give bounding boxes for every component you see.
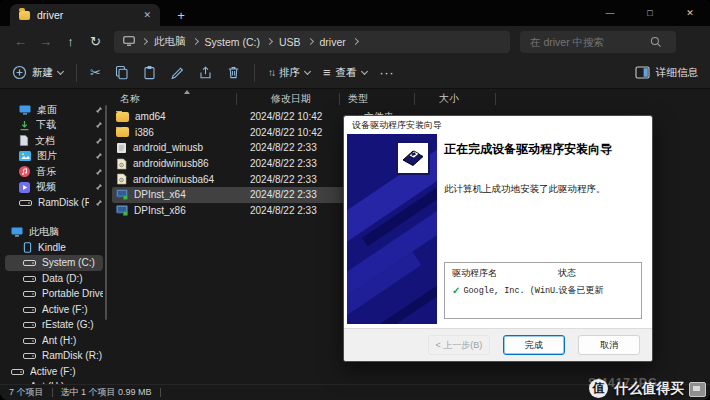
tab-bar: driver ✕ + — □ ✕ xyxy=(0,0,710,26)
sort-button-label: 排序 xyxy=(279,66,300,80)
tab-close-icon[interactable]: ✕ xyxy=(143,10,151,20)
items-count: 7 个项目 xyxy=(9,386,44,399)
delete-icon[interactable] xyxy=(226,65,241,80)
details-pane-icon xyxy=(635,66,650,79)
dialog-body: 正在完成设备驱动程序安装向导 此计算机上成功地安装了此驱动程序。 驱动程序名 状… xyxy=(344,134,652,330)
videos-icon xyxy=(19,182,30,193)
drive-icon xyxy=(23,274,36,283)
driver-list-header: 驱动程序名 状态 xyxy=(445,263,641,282)
sidebar-item-documents[interactable]: 文档 xyxy=(5,133,103,149)
cancel-button[interactable]: 取消 xyxy=(578,335,640,355)
navigation-bar: ← → ↑ ↻ 此电脑 System (C:) USB driver xyxy=(0,26,710,57)
search-input[interactable] xyxy=(528,35,650,49)
view-button[interactable]: ≡ 查看 xyxy=(323,65,367,80)
breadcrumb-driver[interactable]: driver xyxy=(320,36,346,48)
sidebar-item-ramdisk[interactable]: RamDisk (R:) xyxy=(5,195,103,211)
sidebar-item-kindle[interactable]: Kindle xyxy=(5,240,103,256)
sidebar-item-system-c[interactable]: System (C:) xyxy=(5,255,103,271)
breadcrumb-usb[interactable]: USB xyxy=(279,36,301,48)
sidebar-item-data-d[interactable]: Data (D:) xyxy=(5,271,103,287)
sidebar-item-pictures[interactable]: 图片 xyxy=(5,149,103,165)
column-header-type[interactable]: 类型 xyxy=(340,92,414,106)
sidebar: 桌面 下载 文档 图片 xyxy=(0,90,108,385)
computer-icon xyxy=(123,36,135,47)
tab-driver[interactable]: driver ✕ xyxy=(10,4,160,26)
explorer-window: driver ✕ + — □ ✕ ← → ↑ ↻ 此电脑 System (C:)… xyxy=(0,0,710,400)
drive-icon xyxy=(23,289,36,298)
driver-name: Google, Inc. (WinU… xyxy=(463,286,558,296)
rename-icon[interactable] xyxy=(170,65,185,80)
breadcrumb-separator-icon xyxy=(306,38,313,45)
sidebar-item-videos[interactable]: 视频 xyxy=(5,180,103,196)
sidebar-item-this-pc[interactable]: 此电脑 xyxy=(5,224,103,240)
details-pane-button[interactable]: 详细信息 xyxy=(635,66,698,80)
sidebar-item-ramdisk-r[interactable]: RamDisk (R:) xyxy=(5,348,103,364)
finish-button[interactable]: 完成 xyxy=(503,335,565,355)
sort-ascending-icon xyxy=(184,90,190,94)
command-toolbar: 新建 ✂ ↑↓ 排序 ≡ 查看 ··· xyxy=(0,57,710,89)
breadcrumb-this-pc[interactable]: 此电脑 xyxy=(154,35,186,49)
up-button[interactable]: ↑ xyxy=(58,30,83,54)
forward-button[interactable]: → xyxy=(33,30,58,54)
driver-name-header: 驱动程序名 xyxy=(452,267,558,280)
drive-icon xyxy=(23,336,36,345)
dialog-heading: 正在完成设备驱动程序安装向导 xyxy=(444,142,642,157)
folder-icon xyxy=(116,127,129,137)
minimize-button[interactable]: — xyxy=(590,0,630,26)
watermark-corner-icon xyxy=(689,382,706,397)
back-step-button[interactable]: < 上一步(B) xyxy=(428,335,490,355)
column-header-date[interactable]: 修改日期 xyxy=(237,92,339,106)
back-button[interactable]: ← xyxy=(8,30,33,54)
pin-icon xyxy=(95,183,103,191)
selection-summary: 选中 1 个项目 0.99 MB xyxy=(61,386,152,399)
new-tab-button[interactable]: + xyxy=(170,4,192,26)
breadcrumb-system-c[interactable]: System (C:) xyxy=(205,36,260,48)
sidebar-item-active-f[interactable]: Active (F:) xyxy=(5,302,103,318)
column-header-name[interactable]: 名称 xyxy=(112,92,236,106)
column-divider[interactable] xyxy=(495,93,496,105)
sidebar-item-portable-drive[interactable]: Portable Drive xyxy=(5,286,103,302)
smzdm-logo-icon: 值 xyxy=(589,379,608,398)
column-headers: 名称 修改日期 类型 大小 xyxy=(112,90,710,107)
column-header-size[interactable]: 大小 xyxy=(415,92,495,106)
folder-icon xyxy=(116,112,129,122)
pin-icon xyxy=(95,199,103,207)
sidebar-item-ant-h[interactable]: Ant (H:) xyxy=(5,333,103,349)
driver-list-row[interactable]: ✓ Google, Inc. (WinU… 设备已更新 xyxy=(445,282,641,299)
view-icon: ≡ xyxy=(323,65,331,80)
sort-button[interactable]: ↑↓ 排序 xyxy=(268,66,310,80)
breadcrumb-separator-icon xyxy=(266,38,273,45)
address-bar[interactable]: 此电脑 System (C:) USB driver xyxy=(114,31,510,53)
driver-status: 设备已更新 xyxy=(558,284,603,297)
window-controls: — □ ✕ xyxy=(590,0,710,26)
copy-icon[interactable] xyxy=(114,65,129,80)
cut-icon[interactable]: ✂ xyxy=(90,65,101,80)
plus-circle-icon xyxy=(12,65,27,80)
wizard-device-icon xyxy=(396,141,430,175)
paste-icon[interactable] xyxy=(142,65,157,80)
more-options-button[interactable]: ··· xyxy=(380,66,395,80)
new-button[interactable]: 新建 xyxy=(12,65,63,80)
sidebar-scrollbar[interactable] xyxy=(105,105,107,320)
sidebar-item-downloads[interactable]: 下载 xyxy=(5,118,103,134)
search-icon xyxy=(650,36,662,48)
sidebar-item-restate-g[interactable]: rEstate (G:) xyxy=(5,317,103,333)
view-button-label: 查看 xyxy=(336,66,357,80)
installer-app-icon xyxy=(116,189,128,200)
document-icon xyxy=(19,135,29,146)
share-icon[interactable] xyxy=(198,65,213,80)
sidebar-item-active-f-2[interactable]: Active (F:) xyxy=(5,364,103,380)
maximize-button[interactable]: □ xyxy=(630,0,670,26)
status-divider xyxy=(52,388,53,397)
sidebar-item-desktop[interactable]: 桌面 xyxy=(5,102,103,118)
driver-list-box[interactable]: 驱动程序名 状态 ✓ Google, Inc. (WinU… 设备已更新 xyxy=(444,262,642,319)
refresh-button[interactable]: ↻ xyxy=(83,30,108,54)
search-box[interactable] xyxy=(520,31,676,53)
desktop-icon xyxy=(19,105,31,115)
watermark-site-name: 什么值得买 xyxy=(614,380,684,398)
sidebar-item-music[interactable]: 音乐 xyxy=(5,164,103,180)
details-pane-label: 详细信息 xyxy=(656,66,698,80)
installer-app-icon xyxy=(116,205,128,216)
close-button[interactable]: ✕ xyxy=(670,0,710,26)
dialog-title[interactable]: 设备驱动程序安装向导 xyxy=(344,116,652,134)
